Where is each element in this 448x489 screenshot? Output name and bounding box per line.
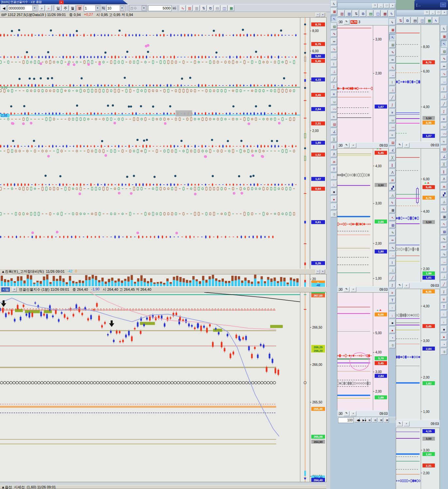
toolbar-icon[interactable]: ⧉ (360, 10, 366, 17)
drawing-tool-icon[interactable]: ↔ (441, 78, 447, 84)
chevron-down-icon[interactable]: ▼ (142, 6, 146, 11)
drawing-tool-icon[interactable]: ↖ (441, 41, 447, 47)
drawing-tool-icon[interactable]: ■ (441, 326, 447, 332)
drawing-tool-icon[interactable]: ↓ (441, 318, 447, 325)
nav-icon[interactable]: ▶◀ (360, 418, 365, 422)
drawing-tool-icon[interactable]: ʍ (331, 158, 337, 165)
edit-icon[interactable]: ✎ (397, 283, 403, 288)
drawing-tool-icon[interactable]: ≡ (441, 296, 447, 302)
drawing-tool-icon[interactable]: ∥ (331, 143, 337, 150)
drawing-tool-icon[interactable]: ✏ (441, 243, 447, 250)
mini-chart-b4[interactable]: 3,002,004,153,502,622,31 (396, 428, 440, 489)
symbol-code-combo[interactable]: 00000000 ▼ (8, 5, 38, 11)
toolbar-icon[interactable]: ◫ (374, 10, 380, 17)
drawing-tool-icon[interactable]: ≈ (331, 113, 337, 120)
toolbar-icon[interactable]: ▤ (367, 10, 373, 17)
toolbar-icon[interactable]: ▦ (425, 17, 432, 24)
drawing-tool-icon[interactable]: ∠ (441, 153, 447, 159)
period-week-button[interactable]: 주 (62, 5, 69, 11)
toolbar-icon[interactable]: ▥ (338, 10, 345, 17)
drawing-tool-icon[interactable]: ✏ (389, 57, 395, 63)
drawing-tool-icon[interactable]: ʍ (441, 183, 447, 189)
panel-minimize-icon[interactable]: − (316, 269, 320, 274)
drawing-tool-icon[interactable]: ϟ (331, 1, 337, 7)
drawing-tool-icon[interactable]: Ι (389, 259, 395, 266)
drawing-tool-icon[interactable]: ⁒ (441, 288, 447, 295)
futures-price-chart[interactable]: 266,50266,00265,50264,50266,95267,50266,… (0, 292, 326, 482)
drawing-tool-icon[interactable]: ϟ (389, 19, 395, 25)
zoom-icon[interactable]: ⌕ (350, 411, 356, 416)
mini-chart-b1[interactable]: 8,006,004,006,753,503,351,07 (396, 25, 440, 141)
toolbar-icon[interactable]: ⧉ (404, 17, 410, 24)
close-button[interactable]: × (390, 4, 395, 8)
drawing-tool-icon[interactable]: ⚍ (331, 98, 337, 105)
main-title-bar[interactable]: [6101] 연결선물지수 - 1분 종합 (0, 0, 128, 4)
background-minimize-button[interactable]: — (440, 3, 446, 7)
drawing-tool-icon[interactable]: ◬ (441, 198, 447, 204)
bar-count-input[interactable] (338, 417, 354, 423)
drawing-tool-icon[interactable]: ▦ (441, 33, 447, 39)
drawing-tool-icon[interactable]: Λ (441, 176, 447, 182)
strategy-chip[interactable]: 시험 (1, 287, 10, 292)
drawing-tool-icon[interactable]: ✎ (389, 229, 395, 236)
print-icon[interactable]: ▤ (214, 5, 220, 11)
drawing-tool-icon[interactable]: ⊥ (331, 68, 337, 74)
toolbar-icon[interactable]: ⇅ (352, 10, 359, 17)
volume-chart-icon[interactable]: ▥ (187, 5, 193, 11)
drawing-tool-icon[interactable]: ● (389, 327, 395, 333)
search-icon[interactable]: ⌕ (39, 5, 45, 11)
bar-chart-icon[interactable]: ▥ (193, 5, 199, 11)
drawing-tool-icon[interactable]: ↖ (389, 214, 395, 220)
drawing-tool-icon[interactable]: Ι (441, 266, 447, 272)
drawing-tool-icon[interactable]: ≡ (389, 109, 395, 115)
drawing-tool-icon[interactable]: ↑ (441, 311, 447, 317)
mini-chart-a1[interactable]: 3,002,001,07 (337, 25, 388, 142)
drawing-tool-icon[interactable]: ▦ (389, 26, 395, 33)
drawing-tool-icon[interactable]: ▦ (389, 207, 395, 213)
drawing-tool-icon[interactable]: ✎ (331, 31, 337, 37)
drawing-tool-icon[interactable]: ① (389, 342, 395, 348)
count-combo[interactable]: 건수 ▼ (129, 5, 147, 11)
drawing-tool-icon[interactable]: ⁒ (441, 108, 447, 114)
new-window-icon[interactable]: ⧉ (208, 5, 213, 11)
drawing-tool-icon[interactable]: ∿ (441, 71, 447, 77)
mini-chart-b2[interactable]: 6,004,002,005,454,753,501,861,81 (396, 149, 440, 282)
drawing-tool-icon[interactable]: ϟ (389, 199, 395, 205)
window-a-title-bar[interactable]: ? _ □ × (337, 3, 396, 9)
chevron-down-icon[interactable]: ▼ (32, 6, 37, 11)
maximize-button[interactable]: □ (384, 4, 389, 8)
drawing-tool-icon[interactable]: ≈ (389, 132, 395, 138)
interval-combo[interactable]: 1 ▼ (84, 5, 101, 11)
drawing-tool-icon[interactable]: ↔ (389, 252, 395, 258)
drawing-tool-icon[interactable]: ↖ (389, 34, 395, 40)
panel-minimize-icon[interactable]: − (316, 13, 320, 17)
drawing-tool-icon[interactable]: ▤ (331, 121, 337, 127)
drawing-tool-icon[interactable]: ↖ (441, 221, 447, 227)
drawing-tool-icon[interactable]: ≈ (441, 138, 447, 144)
drawing-tool-icon[interactable]: ≡ (441, 116, 447, 122)
drawing-tool-icon[interactable]: ╳ (331, 136, 337, 142)
drawing-tool-icon[interactable]: Λ (331, 151, 337, 157)
edit-icon[interactable]: ✎ (344, 287, 349, 292)
zoom-icon[interactable]: ⌕ (404, 421, 409, 426)
scroll-left-button[interactable]: ◀ (1, 5, 7, 11)
drawing-tool-icon[interactable]: ▞ (441, 191, 447, 197)
drawing-tool-icon[interactable]: ↔ (389, 72, 395, 78)
drawing-tool-icon[interactable]: T (441, 303, 447, 310)
drawing-tool-icon[interactable]: ≡ (331, 91, 337, 97)
nav-icon[interactable]: ⊞ (378, 418, 383, 422)
drawing-tool-icon[interactable]: Λ (389, 169, 395, 175)
options-overlay-chart[interactable]: 3,702,588,006,004,002,008,706,755,805,45… (0, 18, 326, 269)
edit-icon[interactable]: ✎ (344, 20, 349, 24)
drawing-tool-icon[interactable]: Ι (331, 61, 337, 67)
drawing-tool-icon[interactable]: ⁒ (331, 83, 337, 90)
drawing-tool-icon[interactable]: ╱ (441, 101, 447, 107)
drawing-tool-icon[interactable]: ▧ (331, 23, 337, 29)
nav-icon[interactable]: ⊖ (372, 418, 377, 422)
toolbar-icon[interactable]: ⇅ (397, 17, 403, 24)
period-minute-button[interactable]: 분 (77, 5, 83, 11)
chevron-down-icon[interactable]: ▼ (95, 6, 100, 11)
window-b-title-bar[interactable]: ? _ □ × (396, 10, 448, 16)
chip-close-icon[interactable]: × (12, 287, 17, 292)
drawing-tool-icon[interactable]: ✎ (389, 49, 395, 55)
